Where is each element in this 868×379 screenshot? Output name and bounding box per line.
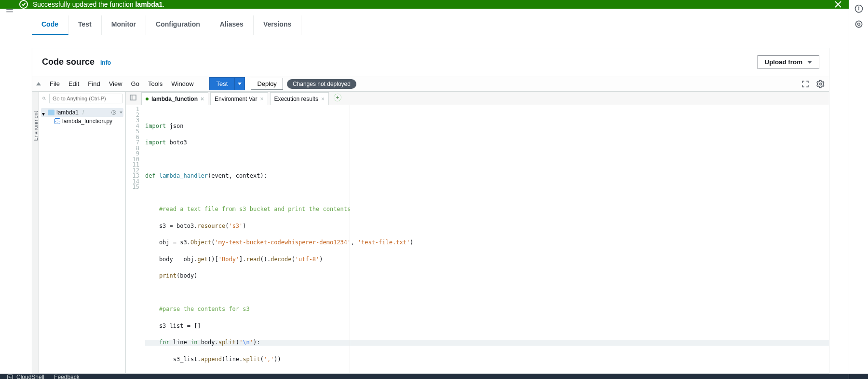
svg-point-6 bbox=[855, 21, 862, 27]
svg-point-13 bbox=[113, 112, 115, 113]
menu-edit[interactable]: Edit bbox=[65, 78, 83, 89]
caret-down-icon bbox=[807, 61, 812, 64]
ide: File Edit Find View Go Tools Window Test… bbox=[32, 76, 829, 373]
add-tab-button[interactable]: + bbox=[334, 94, 341, 101]
deploy-button[interactable]: Deploy bbox=[251, 78, 283, 90]
tab-code[interactable]: Code bbox=[32, 15, 68, 35]
python-file-icon: <> bbox=[54, 118, 60, 124]
info-link[interactable]: Info bbox=[100, 59, 111, 66]
fullscreen-icon[interactable] bbox=[801, 80, 810, 88]
editor-tab-environment-variables[interactable]: Environment Var × bbox=[210, 92, 268, 105]
panel-title: Code source bbox=[42, 57, 95, 67]
right-utility-strip bbox=[849, 0, 868, 379]
collapse-toggle-icon[interactable] bbox=[36, 82, 41, 85]
editor-tabbar: lambda_function × Environment Var × Exec… bbox=[126, 92, 829, 105]
tree-file[interactable]: <> lambda_function.py bbox=[41, 117, 123, 126]
tree-root-folder[interactable]: ▾ lambda1/ bbox=[41, 108, 123, 117]
search-icon[interactable] bbox=[42, 95, 46, 102]
success-banner: Successfully updated the function lambda… bbox=[0, 0, 849, 9]
terminal-icon bbox=[7, 374, 14, 379]
menu-window[interactable]: Window bbox=[167, 78, 197, 89]
test-button[interactable]: Test bbox=[209, 77, 245, 90]
menu-go[interactable]: Go bbox=[127, 78, 143, 89]
cloudshell-button[interactable]: CloudShell bbox=[7, 374, 44, 379]
info-icon[interactable] bbox=[854, 4, 864, 14]
tab-close-icon[interactable]: × bbox=[260, 96, 264, 102]
twisty-down-icon: ▾ bbox=[42, 111, 46, 114]
banner-text: Successfully updated the function lambda… bbox=[33, 0, 164, 8]
caret-down-icon bbox=[120, 112, 122, 113]
svg-line-12 bbox=[45, 99, 46, 100]
ide-menubar: File Edit Find View Go Tools Window Test… bbox=[32, 76, 829, 92]
function-tabs: Code Test Monitor Configuration Aliases … bbox=[32, 15, 829, 35]
line-gutter: 123456789101112131415 bbox=[126, 105, 142, 373]
toggle-sidebar-icon[interactable] bbox=[129, 93, 137, 102]
svg-point-10 bbox=[820, 83, 822, 85]
code-source-panel: Code source Info Upload from File Edit F… bbox=[32, 48, 829, 374]
upload-from-button[interactable]: Upload from bbox=[758, 55, 820, 69]
svg-point-14 bbox=[112, 111, 116, 115]
tab-aliases[interactable]: Aliases bbox=[210, 15, 254, 35]
close-icon bbox=[835, 1, 841, 8]
feedback-link[interactable]: Feedback bbox=[54, 374, 80, 379]
menu-tools[interactable]: Tools bbox=[144, 78, 166, 89]
menu-find[interactable]: Find bbox=[84, 78, 104, 89]
editor-tab-execution-results[interactable]: Execution results × bbox=[270, 92, 329, 105]
success-check-icon bbox=[19, 0, 28, 9]
tab-close-icon[interactable]: × bbox=[201, 96, 204, 102]
code-editor[interactable]: 123456789101112131415 import json import… bbox=[126, 105, 829, 373]
svg-rect-15 bbox=[130, 95, 136, 100]
gear-icon[interactable] bbox=[816, 80, 825, 88]
tab-configuration[interactable]: Configuration bbox=[146, 15, 210, 35]
editor-tab-lambda-function[interactable]: lambda_function × bbox=[141, 92, 208, 105]
svg-point-11 bbox=[43, 97, 45, 99]
tab-close-icon[interactable]: × bbox=[321, 96, 325, 102]
tab-versions[interactable]: Versions bbox=[254, 15, 301, 35]
test-dropdown[interactable] bbox=[234, 78, 244, 90]
ruler bbox=[350, 105, 350, 373]
dirty-dot-icon bbox=[146, 98, 149, 100]
svg-point-5 bbox=[858, 7, 859, 7]
footer-bar: CloudShell Feedback bbox=[0, 374, 868, 379]
tab-monitor[interactable]: Monitor bbox=[102, 15, 146, 35]
svg-point-7 bbox=[857, 23, 860, 26]
file-explorer: ▾ lambda1/ <> lambda_function.py bbox=[39, 92, 126, 373]
goto-anything-input[interactable] bbox=[49, 94, 122, 103]
gear-icon[interactable] bbox=[111, 110, 117, 115]
environment-rail[interactable]: Environment bbox=[32, 92, 39, 373]
deploy-status-pill: Changes not deployed bbox=[287, 79, 356, 89]
menu-view[interactable]: View bbox=[105, 78, 126, 89]
target-icon[interactable] bbox=[854, 19, 864, 29]
svg-rect-17 bbox=[8, 375, 13, 379]
menu-file[interactable]: File bbox=[46, 78, 64, 89]
caret-down-icon bbox=[238, 83, 242, 85]
tab-test[interactable]: Test bbox=[68, 15, 102, 35]
folder-icon bbox=[48, 110, 54, 115]
banner-close-button[interactable] bbox=[832, 0, 844, 10]
